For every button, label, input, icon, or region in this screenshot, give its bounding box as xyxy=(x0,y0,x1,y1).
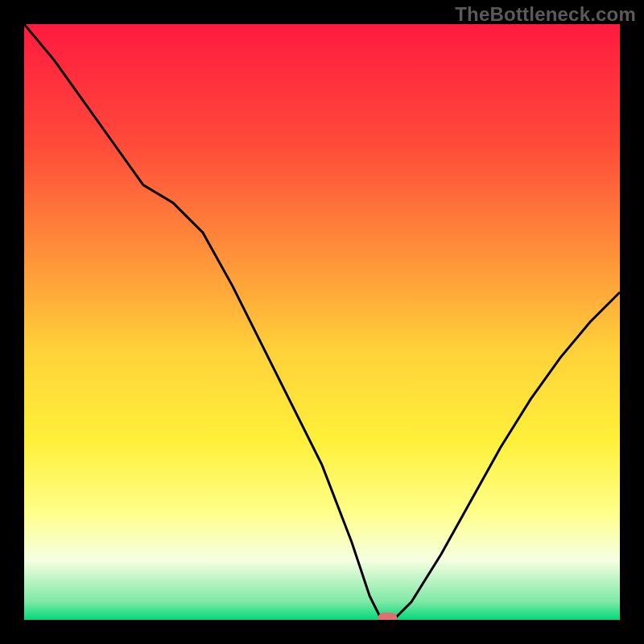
gradient-background xyxy=(24,24,620,620)
optimal-marker xyxy=(378,613,397,620)
plot-area xyxy=(24,24,620,620)
chart-frame: TheBottleneck.com xyxy=(0,0,644,644)
chart-svg xyxy=(24,24,620,620)
watermark-text: TheBottleneck.com xyxy=(455,3,636,26)
